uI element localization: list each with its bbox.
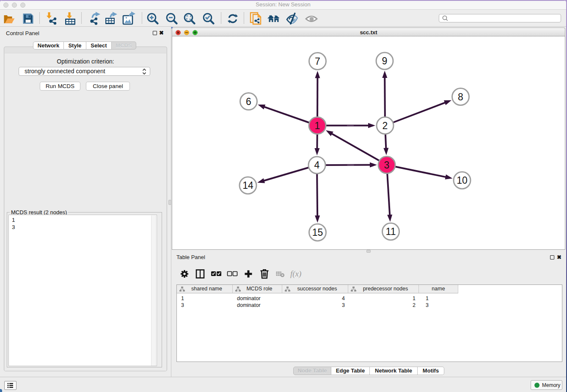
- svg-text:14: 14: [242, 180, 253, 191]
- svg-text:4: 4: [314, 160, 320, 171]
- svg-text:9: 9: [382, 55, 388, 66]
- svg-text:3: 3: [384, 160, 390, 171]
- svg-text:8: 8: [458, 91, 463, 102]
- svg-text:11: 11: [386, 226, 396, 237]
- svg-text:1: 1: [315, 120, 320, 131]
- svg-text:10: 10: [457, 175, 468, 186]
- svg-text:15: 15: [312, 227, 323, 238]
- svg-text:2: 2: [383, 120, 388, 131]
- svg-text:6: 6: [246, 96, 251, 107]
- svg-text:7: 7: [315, 56, 320, 67]
